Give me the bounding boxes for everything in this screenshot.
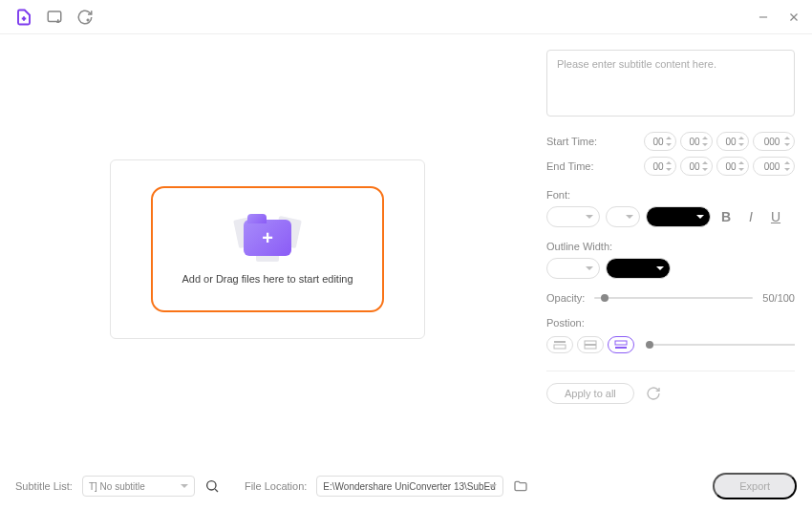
bold-button[interactable]: B [716, 207, 736, 226]
titlebar-actions [10, 9, 94, 26]
start-ms-stepper[interactable]: 000 [753, 132, 795, 151]
apply-to-all-button[interactable]: Apply to all [546, 383, 634, 404]
start-mm-stepper[interactable]: 00 [680, 132, 713, 151]
outline-label: Outline Width: [546, 241, 795, 252]
refresh-icon[interactable] [646, 386, 661, 401]
add-text-icon[interactable] [46, 9, 63, 26]
open-folder-icon[interactable] [513, 478, 528, 494]
opacity-value: 50/100 [762, 292, 795, 304]
sync-icon[interactable] [76, 9, 94, 26]
start-hh-stepper[interactable]: 00 [644, 132, 676, 151]
add-file-icon[interactable] [15, 9, 32, 26]
export-button[interactable]: Export [713, 473, 797, 499]
end-time-row: End Time: 00 00 00 000 [546, 157, 795, 176]
outline-color-select[interactable] [606, 258, 671, 279]
drop-text: Add or Drag files here to start editing [182, 273, 353, 285]
svg-rect-0 [48, 11, 61, 22]
position-label: Postion: [546, 317, 795, 329]
svg-rect-9 [615, 347, 627, 349]
end-mm-stepper[interactable]: 00 [680, 157, 713, 176]
subtitle-content-input[interactable] [546, 50, 795, 117]
minimize-icon[interactable] [755, 9, 772, 26]
svg-point-10 [207, 481, 216, 490]
start-time-label: Start Time: [546, 136, 640, 147]
file-location-label: File Location: [245, 480, 307, 492]
position-top-button[interactable] [546, 336, 573, 353]
position-bottom-button[interactable] [608, 336, 634, 353]
close-icon[interactable] [785, 9, 802, 26]
font-size-select[interactable] [606, 206, 640, 227]
opacity-slider[interactable] [594, 297, 753, 299]
svg-rect-8 [615, 341, 627, 345]
font-color-select[interactable] [646, 206, 711, 227]
start-time-row: Start Time: 00 00 00 000 [546, 132, 795, 151]
font-label: Font: [546, 189, 795, 201]
end-time-label: End Time: [546, 160, 640, 172]
end-hh-stepper[interactable]: 00 [644, 157, 676, 176]
titlebar [0, 0, 812, 34]
svg-line-11 [215, 489, 218, 492]
search-icon[interactable] [204, 478, 220, 494]
footer: Subtitle List: T] No subtitle File Locat… [0, 463, 812, 509]
position-slider[interactable] [646, 344, 795, 346]
subtitle-list-label: Subtitle List: [15, 480, 73, 492]
subtitle-list-select[interactable]: T] No subtitle [82, 476, 195, 497]
file-location-select[interactable]: E:\Wondershare UniConverter 13\SubEd [316, 476, 503, 497]
outline-width-select[interactable] [546, 258, 600, 279]
preview-area: + Add or Drag files here to start editin… [0, 34, 535, 463]
window-controls [755, 9, 802, 26]
folder-icon: + [238, 214, 297, 262]
preview-box: + Add or Drag files here to start editin… [110, 159, 425, 339]
drop-zone[interactable]: + Add or Drag files here to start editin… [151, 186, 384, 312]
position-middle-button[interactable] [577, 336, 604, 353]
properties-panel: Start Time: 00 00 00 000 End Time: 00 00… [535, 34, 812, 463]
end-ms-stepper[interactable]: 000 [753, 157, 795, 176]
start-ss-stepper[interactable]: 00 [716, 132, 749, 151]
end-ss-stepper[interactable]: 00 [716, 157, 749, 176]
svg-rect-5 [554, 345, 566, 349]
svg-rect-7 [585, 344, 596, 346]
underline-button[interactable]: U [766, 207, 785, 226]
font-family-select[interactable] [546, 206, 600, 227]
italic-button[interactable]: I [741, 207, 760, 226]
opacity-label: Opacity: [546, 292, 585, 304]
svg-rect-4 [554, 341, 566, 343]
